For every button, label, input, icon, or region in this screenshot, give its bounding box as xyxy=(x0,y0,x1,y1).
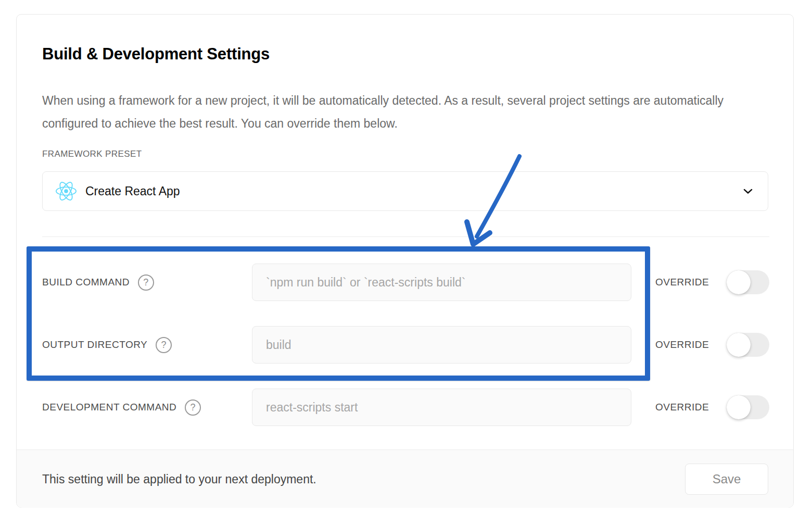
help-icon[interactable]: ? xyxy=(156,337,172,353)
build-command-row: BUILD COMMAND ? OVERRIDE xyxy=(17,264,794,301)
chevron-down-icon xyxy=(741,184,755,198)
development-command-input[interactable] xyxy=(252,389,631,426)
build-command-input[interactable] xyxy=(252,264,631,301)
framework-selected-value: Create React App xyxy=(85,184,180,198)
output-directory-row: OUTPUT DIRECTORY ? OVERRIDE xyxy=(17,326,794,364)
section-divider xyxy=(42,236,769,237)
help-icon[interactable]: ? xyxy=(138,274,154,291)
development-command-label: DEVELOPMENT COMMAND ? xyxy=(42,389,201,426)
page-title: Build & Development Settings xyxy=(42,45,270,64)
output-directory-input[interactable] xyxy=(252,326,631,364)
help-icon[interactable]: ? xyxy=(185,399,201,416)
override-toggle[interactable] xyxy=(727,333,769,357)
development-command-row: DEVELOPMENT COMMAND ? OVERRIDE xyxy=(17,389,794,426)
framework-preset-label: FRAMEWORK PRESET xyxy=(42,149,142,159)
save-button[interactable]: Save xyxy=(685,464,768,495)
page: Build & Development Settings When using … xyxy=(0,0,812,525)
react-logo-icon xyxy=(55,181,77,202)
footer-note: This setting will be applied to your nex… xyxy=(42,450,316,508)
section-description: When using a framework for a new project… xyxy=(42,89,760,135)
framework-preset-select[interactable]: Create React App xyxy=(42,171,768,211)
build-command-label: BUILD COMMAND ? xyxy=(42,264,154,301)
override-label: OVERRIDE xyxy=(655,389,709,426)
toggle-knob xyxy=(727,270,751,294)
override-label: OVERRIDE xyxy=(655,264,709,301)
toggle-knob xyxy=(727,395,751,419)
override-toggle[interactable] xyxy=(727,395,769,419)
footer: This setting will be applied to your nex… xyxy=(17,449,793,508)
override-toggle[interactable] xyxy=(727,270,769,294)
output-directory-label: OUTPUT DIRECTORY ? xyxy=(42,326,172,364)
override-label: OVERRIDE xyxy=(655,326,709,364)
build-settings-card: Build & Development Settings When using … xyxy=(16,14,794,508)
toggle-knob xyxy=(727,333,751,357)
